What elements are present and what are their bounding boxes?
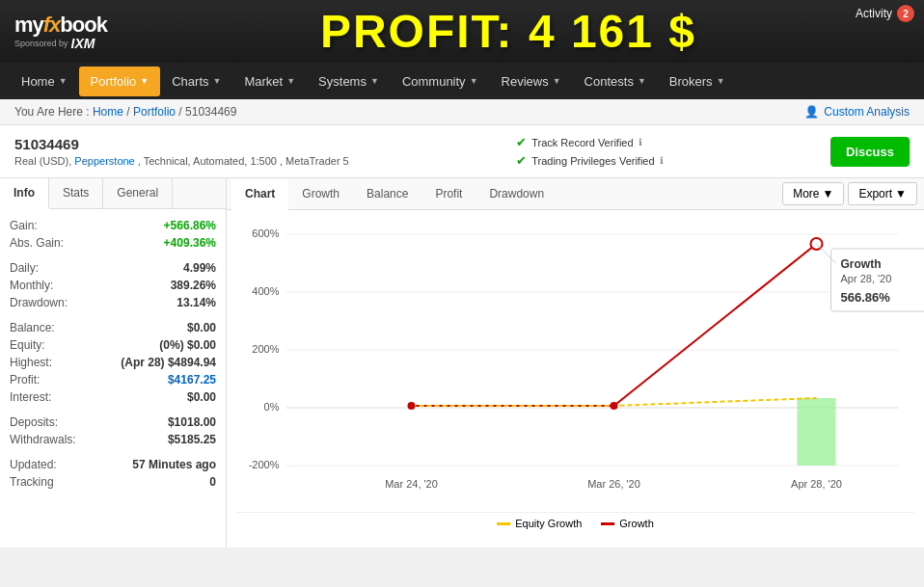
stat-tracking: Tracking 0 <box>10 473 216 491</box>
breadcrumb-portfolio[interactable]: Portfolio <box>133 105 176 119</box>
tooltip-title: Growth <box>841 257 882 271</box>
equity-growth-legend-label: Equity Growth <box>515 518 582 529</box>
equity-bar <box>798 398 836 466</box>
ixm-logo: IXM <box>71 36 95 51</box>
export-arrow-icon: ▼ <box>895 187 907 200</box>
chart-legend: Equity Growth Growth <box>236 512 914 537</box>
more-button[interactable]: More ▼ <box>782 182 844 205</box>
withdrawals-label: Withdrawals: <box>10 433 76 446</box>
export-button[interactable]: Export ▼ <box>848 182 917 205</box>
sponsored-text: Sponsored by <box>14 39 68 48</box>
verified-section: ✔ Track Record Verified ℹ ✔ Trading Priv… <box>516 135 663 168</box>
chart-area: 600% 400% 200% 0% -200% Mar 24, '20 Mar … <box>227 210 924 547</box>
updated-value: 57 Minutes ago <box>132 458 216 471</box>
equity-value: (0%) $0.00 <box>159 338 216 352</box>
nav-brokers[interactable]: Brokers ▼ <box>658 67 737 96</box>
chart-tab-profit[interactable]: Profit <box>421 179 476 208</box>
activity-button[interactable]: Activity 2 <box>856 5 914 22</box>
reviews-arrow: ▼ <box>553 76 561 86</box>
discuss-button[interactable]: Discuss <box>830 137 910 167</box>
right-panel: Chart Growth Balance Profit Drawdown Mor… <box>227 178 924 547</box>
stat-highest: Highest: (Apr 28) $4894.94 <box>10 354 216 371</box>
account-extra: , Technical, Automated, 1:500 , MetaTrad… <box>138 155 349 167</box>
nav-contests[interactable]: Contests ▼ <box>573 67 658 96</box>
highest-label: Highest: <box>10 356 52 369</box>
chart-tab-balance[interactable]: Balance <box>353 179 421 208</box>
chart-tab-growth[interactable]: Growth <box>288 179 353 208</box>
monthly-value: 389.26% <box>171 279 216 292</box>
x-label-2: Mar 26, '20 <box>587 478 640 490</box>
tab-stats[interactable]: Stats <box>49 178 103 208</box>
chart-tab-drawdown[interactable]: Drawdown <box>476 179 557 208</box>
y-label-0: 0% <box>264 401 280 413</box>
equity-label: Equity: <box>10 338 45 352</box>
legend-growth: Growth <box>601 518 653 529</box>
systems-arrow: ▼ <box>370 76 379 86</box>
divider4 <box>10 448 216 456</box>
highest-value: (Apr 28) $4894.94 <box>121 356 216 369</box>
privileges-check-icon: ✔ <box>516 153 527 168</box>
activity-label: Activity <box>856 7 892 20</box>
profit-banner: PROFIT: 4 161 $ <box>107 5 910 58</box>
chart-tab-bar: Chart Growth Balance Profit Drawdown Mor… <box>227 178 924 210</box>
trading-privileges-verified: ✔ Trading Privileges Verified ℹ <box>516 153 663 168</box>
deposits-label: Deposits: <box>10 415 58 429</box>
stat-balance: Balance: $0.00 <box>10 319 216 336</box>
deposits-value: $1018.00 <box>168 415 216 429</box>
nav-reviews[interactable]: Reviews ▼ <box>490 67 573 96</box>
drawdown-value: 13.14% <box>177 296 216 309</box>
left-tab-bar: Info Stats General <box>0 178 226 209</box>
abs-gain-value: +409.36% <box>164 236 216 250</box>
breadcrumb-prefix: You Are Here : <box>14 105 93 119</box>
track-info-icon[interactable]: ℹ <box>639 137 642 147</box>
market-arrow: ▼ <box>286 76 295 86</box>
main-content: Info Stats General Gain: +566.86% Abs. G… <box>0 178 924 547</box>
x-label-3: Apr 28, '20 <box>791 478 842 490</box>
interest-value: $0.00 <box>187 390 216 404</box>
stat-drawdown: Drawdown: 13.14% <box>10 294 216 311</box>
y-label-600: 600% <box>252 227 279 239</box>
home-arrow: ▼ <box>59 76 68 86</box>
profit-label: Profit: <box>10 373 40 387</box>
nav-bar: Home ▼ Portfolio ▼ Charts ▼ Market ▼ Sys… <box>0 63 924 99</box>
nav-charts[interactable]: Charts ▼ <box>160 67 232 96</box>
logo: myfxbook <box>14 13 107 38</box>
logo-sponsored: Sponsored by IXM <box>14 36 95 51</box>
nav-systems[interactable]: Systems ▼ <box>307 67 391 96</box>
custom-analysis-button[interactable]: 👤 Custom Analysis <box>804 105 910 119</box>
chart-tab-chart[interactable]: Chart <box>231 179 288 210</box>
logo-area: myfxbook Sponsored by IXM <box>14 13 107 51</box>
withdrawals-value: $5185.25 <box>168 433 216 446</box>
nav-portfolio[interactable]: Portfolio ▼ <box>79 67 161 96</box>
custom-analysis-label: Custom Analysis <box>824 105 910 119</box>
updated-label: Updated: <box>10 458 57 471</box>
charts-arrow: ▼ <box>213 76 222 86</box>
tooltip-value: 566.86% <box>841 290 891 305</box>
activity-badge: 2 <box>897 5 914 22</box>
divider3 <box>10 406 216 414</box>
tab-info[interactable]: Info <box>0 178 49 209</box>
drawdown-label: Drawdown: <box>10 296 68 309</box>
breadcrumb: You Are Here : Home / Portfolio / 510344… <box>14 105 236 119</box>
nav-market[interactable]: Market ▼ <box>232 67 307 96</box>
stat-gain: Gain: +566.86% <box>10 217 216 234</box>
left-panel: Info Stats General Gain: +566.86% Abs. G… <box>0 178 227 547</box>
broker-link[interactable]: Pepperstone <box>74 155 134 167</box>
track-record-label: Track Record Verified <box>531 137 633 148</box>
brokers-arrow: ▼ <box>717 76 725 86</box>
privileges-info-icon[interactable]: ℹ <box>660 155 664 166</box>
point-1 <box>408 402 416 410</box>
nav-community[interactable]: Community ▼ <box>391 67 490 96</box>
account-id: 51034469 <box>14 136 349 152</box>
gain-label: Gain: <box>10 219 38 232</box>
nav-home[interactable]: Home ▼ <box>10 67 79 96</box>
contests-arrow: ▼ <box>638 76 646 86</box>
stat-profit: Profit: $4167.25 <box>10 371 216 388</box>
tracking-value: 0 <box>209 475 216 489</box>
tab-general[interactable]: General <box>103 178 173 208</box>
breadcrumb-home[interactable]: Home <box>93 105 123 119</box>
stat-monthly: Monthly: 389.26% <box>10 277 216 294</box>
stat-withdrawals: Withdrawals: $5185.25 <box>10 431 216 448</box>
breadcrumb-id: 51034469 <box>185 105 236 119</box>
y-label-200: 200% <box>252 343 279 355</box>
